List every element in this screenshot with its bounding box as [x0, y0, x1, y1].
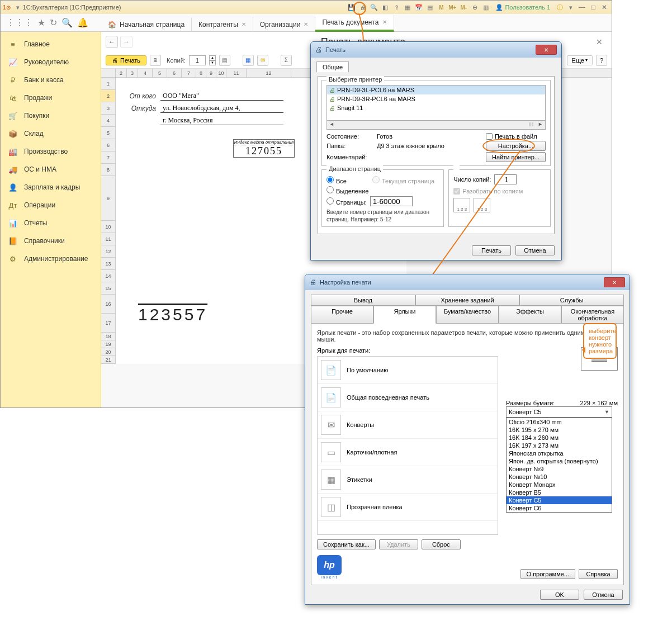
scrollbar-horizontal[interactable]: ◄► — [326, 121, 546, 130]
dialog-cancel-button[interactable]: Отмена — [515, 245, 555, 255]
close-icon[interactable]: ✕ — [304, 21, 308, 27]
settings-button[interactable]: Настройка... — [486, 141, 546, 151]
sidebar-item-admin[interactable]: ⚙Администрирование — [1, 250, 101, 268]
sidebar-item-assets[interactable]: 🚚ОС и НМА — [1, 160, 101, 178]
panel-icon[interactable]: ▥ — [481, 2, 491, 12]
shortcut-item[interactable]: ▭Карточки/плотная — [318, 439, 498, 466]
shortcut-item[interactable]: ▦Этикетки — [318, 466, 498, 494]
back-button[interactable]: ← — [106, 36, 118, 48]
copies-input[interactable] — [189, 55, 206, 65]
about-button[interactable]: О программе... — [520, 569, 575, 579]
paper-size-select[interactable]: Конверт C5▼ — [506, 406, 612, 418]
option[interactable]: Конверт C6 — [507, 504, 612, 512]
close-icon[interactable]: ✕ — [242, 21, 246, 27]
option[interactable]: Конверт C5 — [507, 496, 612, 504]
sidebar-item-sales[interactable]: 🛍Продажи — [1, 89, 101, 107]
option[interactable]: Конверт №9 — [507, 465, 612, 473]
excel-icon[interactable]: ▦ — [243, 55, 254, 66]
printer-list[interactable]: 🖨PRN-D9-3L-PCL6 на MARS 🖨PRN-D9-3R-PCL6 … — [326, 85, 546, 121]
shortcut-item[interactable]: ◫Прозрачная пленка — [318, 494, 498, 521]
tab-paper-quality[interactable]: Бумага/качество — [436, 306, 499, 324]
close-icon[interactable]: ✕ — [382, 19, 387, 25]
printer-item[interactable]: 🖨Snagit 11 — [327, 103, 545, 112]
upload-icon[interactable]: ⇪ — [391, 2, 401, 12]
shortcut-list[interactable]: 📄По умолчанию 📄Общая повседневная печать… — [317, 356, 498, 535]
range-all-radio[interactable]: Все — [326, 176, 347, 184]
range-selection-radio[interactable]: Выделение — [326, 186, 368, 195]
tab-home[interactable]: Начальная страница — [101, 17, 192, 32]
option[interactable]: Япон. дв. открытка (повернуто) — [507, 457, 612, 465]
mminus-icon[interactable]: M- — [458, 2, 468, 12]
tab-finishing[interactable]: Окончательная обработка — [561, 306, 624, 324]
shortcut-item[interactable]: 📄Общая повседневная печать — [318, 384, 498, 411]
tab-print-doc[interactable]: Печать документа✕ — [315, 15, 394, 32]
m-icon[interactable]: M — [436, 2, 446, 12]
help-button[interactable]: ? — [596, 55, 607, 66]
print-button[interactable]: Печать — [106, 55, 146, 65]
mplus-icon[interactable]: M+ — [447, 2, 457, 12]
tab-orgs[interactable]: Организации✕ — [253, 17, 316, 32]
copies-input[interactable] — [494, 174, 517, 184]
calc-icon[interactable]: ▤ — [425, 2, 435, 12]
option[interactable]: 16K 195 x 270 мм — [507, 426, 612, 434]
close-icon[interactable]: ✕ — [599, 3, 609, 12]
apps-icon[interactable]: ⋮⋮⋮ — [6, 17, 33, 28]
tab-general[interactable]: Общие — [316, 61, 349, 72]
option[interactable]: Oficio 216x340 mm — [507, 418, 612, 426]
find-printer-button[interactable]: Найти принтер... — [486, 152, 546, 162]
sidebar-item-purchases[interactable]: 🛒Покупки — [1, 107, 101, 125]
template-icon[interactable]: ▤ — [219, 55, 230, 66]
maximize-icon[interactable]: □ — [588, 3, 598, 12]
sidebar-item-production[interactable]: 🏭Производство — [1, 143, 101, 160]
zoom-icon[interactable]: ⊕ — [470, 2, 480, 12]
shortcut-item[interactable]: ✉Конверты — [318, 411, 498, 439]
tab-shortcuts[interactable]: Ярлыки — [373, 306, 436, 324]
sidebar-item-reports[interactable]: 📊Отчеты — [1, 214, 101, 232]
forward-button[interactable]: → — [120, 36, 132, 48]
sidebar-item-main[interactable]: ≡Главное — [1, 35, 101, 53]
sidebar-item-refs[interactable]: 📙Справочники — [1, 232, 101, 250]
history-icon[interactable]: ↻ — [50, 17, 57, 28]
save-pdf-icon[interactable]: 🗎 — [150, 55, 161, 66]
tab-effects[interactable]: Эффекты — [499, 306, 561, 324]
option[interactable]: Японская открытка — [507, 449, 612, 457]
close-button[interactable]: ✕ — [536, 45, 557, 55]
option[interactable]: Конверт Монарх — [507, 481, 612, 489]
more-button[interactable]: Еще▾ — [567, 55, 593, 65]
preview-icon[interactable]: 🔍 — [369, 2, 379, 12]
star-icon[interactable]: ★ — [37, 17, 45, 28]
sidebar-item-ops[interactable]: ДтОперации — [1, 196, 101, 214]
option[interactable]: Конверт B5 — [507, 489, 612, 496]
search-icon[interactable]: 🔍 — [61, 17, 73, 28]
close-icon[interactable]: ✕ — [591, 37, 607, 46]
mail-icon[interactable]: ✉ — [257, 55, 268, 66]
grid-icon[interactable]: ▦ — [403, 2, 413, 12]
sidebar-item-stock[interactable]: 📦Склад — [1, 125, 101, 143]
option[interactable]: Конверт №10 — [507, 473, 612, 481]
help-button[interactable]: Справка — [579, 569, 618, 579]
dialog-print-button[interactable]: Печать — [472, 245, 511, 255]
save-icon[interactable]: 💾 — [347, 2, 357, 12]
ok-button[interactable]: OK — [540, 590, 579, 600]
user-label[interactable]: 👤 Пользователь 1 — [495, 4, 550, 11]
sum-icon[interactable]: Σ — [281, 55, 292, 66]
compare-icon[interactable]: ◧ — [380, 2, 390, 12]
paper-size-dropdown[interactable]: Oficio 216x340 mm 16K 195 x 270 мм 16K 1… — [506, 418, 612, 513]
printer-item[interactable]: 🖨PRN-D9-3R-PCL6 на MARS — [327, 94, 545, 103]
tab-contragents[interactable]: Контрагенты✕ — [192, 17, 253, 32]
tab-services[interactable]: Службы — [519, 295, 624, 306]
info-drop-icon[interactable]: ▾ — [566, 2, 576, 12]
tab-output[interactable]: Вывод — [311, 295, 415, 306]
close-button[interactable]: ✕ — [604, 277, 625, 287]
printer-item[interactable]: 🖨PRN-D9-3L-PCL6 на MARS — [327, 86, 545, 94]
range-pages-input[interactable] — [370, 196, 413, 206]
option[interactable]: 16K 197 x 273 мм — [507, 442, 612, 449]
print-icon[interactable]: 🖨 — [358, 2, 368, 12]
tab-job-storage[interactable]: Хранение заданий — [415, 295, 520, 306]
save-as-button[interactable]: Сохранить как... — [317, 539, 376, 549]
shortcut-item[interactable]: 📄По умолчанию — [318, 357, 498, 384]
sidebar-item-manager[interactable]: 📈Руководителю — [1, 53, 101, 71]
copies-spinner[interactable]: ▲▼ — [209, 55, 216, 65]
info-icon[interactable]: ⓘ — [555, 2, 565, 12]
option[interactable]: Конверт DL — [507, 512, 612, 513]
